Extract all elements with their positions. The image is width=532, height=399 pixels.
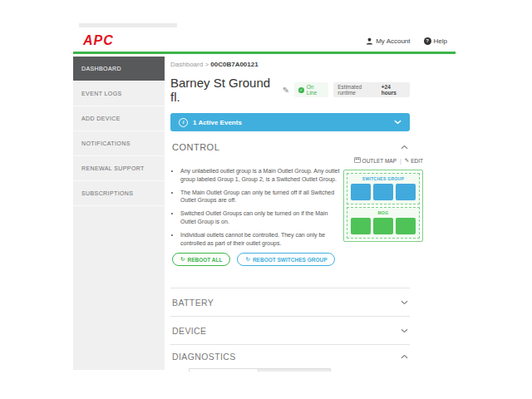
outlet-group-name: SWITCHES GROUP bbox=[350, 176, 416, 181]
breadcrumb-parent[interactable]: Dashboard bbox=[170, 61, 203, 68]
edit-title-icon[interactable]: ✎ bbox=[283, 86, 289, 95]
reboot-all-label: REBOOT ALL bbox=[187, 257, 222, 263]
sidebar: DASHBOARD EVENT LOGS ADD DEVICE NOTIFICA… bbox=[73, 57, 165, 370]
sidebar-item-dashboard[interactable]: DASHBOARD bbox=[73, 57, 165, 81]
active-events-label: 1 Active Events bbox=[193, 119, 242, 126]
breadcrumb: Dashboard > 00C0B7A00121 bbox=[170, 61, 410, 68]
battery-section-header[interactable]: BATTERY bbox=[170, 288, 410, 317]
active-events-banner[interactable]: i 1 Active Events bbox=[170, 113, 410, 131]
edit-icon: ✎ bbox=[405, 157, 409, 164]
runtime-label: Estimated runtime bbox=[337, 84, 379, 96]
control-title: CONTROL bbox=[172, 142, 219, 152]
control-note: Individual outlets cannot be controlled.… bbox=[180, 231, 343, 248]
window-artifact-strip bbox=[79, 23, 177, 27]
sidebar-item-add-device[interactable]: ADD DEVICE bbox=[73, 106, 165, 131]
status-badge: ✓ On Line bbox=[294, 82, 328, 97]
outlet bbox=[351, 218, 371, 234]
control-note: Switched Outlet Groups can only be turne… bbox=[180, 209, 343, 226]
outlet-map: SWITCHES GROUP MOG bbox=[343, 170, 423, 242]
sidebar-item-subscriptions[interactable]: SUBSCRIPTIONS bbox=[73, 181, 165, 206]
control-notes-list: Any unlabelled outlet group is a Main Ou… bbox=[170, 167, 343, 247]
help-icon: ? bbox=[424, 37, 431, 45]
refresh-icon: ↻ bbox=[180, 256, 185, 263]
page-title: Barney St Ground fl. bbox=[170, 76, 278, 104]
top-bar: APC My Account ? Help bbox=[73, 30, 456, 54]
sidebar-item-event-logs[interactable]: EVENT LOGS bbox=[73, 81, 165, 106]
edit-outlet-map-link[interactable]: ✎ EDIT bbox=[405, 157, 423, 164]
help-button[interactable]: ? Help bbox=[424, 37, 447, 45]
control-note: The Main Outlet Group can only be turned… bbox=[180, 189, 343, 205]
reboot-switches-label: REBOOT SWITCHES GROUP bbox=[253, 257, 328, 263]
apc-logo: APC bbox=[83, 33, 114, 48]
battery-title: BATTERY bbox=[172, 298, 214, 308]
control-note: Any unlabelled outlet group is a Main Ou… bbox=[180, 167, 343, 184]
device-title: DEVICE bbox=[172, 326, 207, 336]
my-account-label: My Account bbox=[376, 37, 410, 45]
outlet bbox=[373, 218, 393, 234]
breadcrumb-separator: > bbox=[204, 61, 209, 68]
edit-label: EDIT bbox=[411, 158, 423, 164]
control-section-header[interactable]: CONTROL bbox=[170, 131, 410, 155]
chevron-up-icon bbox=[401, 354, 408, 359]
tab-ups-self-test[interactable]: UPS SELF TEST i bbox=[189, 368, 259, 372]
refresh-icon: ↻ bbox=[245, 256, 249, 263]
chevron-down-icon bbox=[394, 120, 401, 125]
reboot-switches-group-button[interactable]: ↻ REBOOT SWITCHES GROUP bbox=[237, 253, 335, 266]
my-account-button[interactable]: My Account bbox=[366, 37, 410, 45]
outlet-map-link[interactable]: OUTLET MAP bbox=[354, 157, 397, 164]
diagnostics-title: DIAGNOSTICS bbox=[172, 352, 236, 362]
online-check-icon: ✓ bbox=[298, 87, 304, 93]
outlet bbox=[396, 184, 416, 200]
outlet-map-label: OUTLET MAP bbox=[362, 158, 397, 164]
outlet-map-icon bbox=[354, 157, 361, 164]
status-label: On Line bbox=[307, 84, 324, 96]
diagnostics-section-header[interactable]: DIAGNOSTICS bbox=[170, 345, 410, 368]
chevron-up-icon bbox=[401, 145, 408, 150]
device-section-header[interactable]: DEVICE bbox=[170, 317, 410, 345]
help-label: Help bbox=[434, 37, 447, 45]
runtime-value: +24 hours bbox=[382, 84, 406, 96]
app-window: APC My Account ? Help DASHBOARD EVENT LO… bbox=[73, 30, 456, 372]
outlet-group-name: MOG bbox=[350, 210, 416, 215]
accordion: BATTERY DEVICE DIAGNOSTICS bbox=[170, 288, 410, 372]
chevron-down-icon bbox=[401, 300, 408, 305]
outlet bbox=[373, 184, 393, 200]
outlet bbox=[351, 184, 371, 200]
sidebar-item-notifications[interactable]: NOTIFICATIONS bbox=[73, 131, 165, 156]
toolbar-divider: | bbox=[400, 158, 401, 164]
person-icon bbox=[366, 37, 373, 45]
breadcrumb-current: 00C0B7A00121 bbox=[210, 61, 258, 68]
sidebar-item-renewal-support[interactable]: RENEWAL SUPPORT bbox=[73, 156, 165, 181]
info-icon: i bbox=[179, 118, 188, 127]
diagnostics-tabs: UPS SELF TEST i AUDIBLE ALARM i bbox=[189, 368, 410, 372]
outlet-group-mog: MOG bbox=[347, 207, 420, 239]
runtime-badge: Estimated runtime +24 hours bbox=[333, 82, 410, 97]
outlet-group-switches: SWITCHES GROUP bbox=[347, 173, 420, 204]
chevron-down-icon bbox=[401, 328, 408, 333]
reboot-all-button[interactable]: ↻ REBOOT ALL bbox=[172, 253, 230, 266]
main-content: Dashboard > 00C0B7A00121 Barney St Groun… bbox=[165, 54, 456, 372]
outlet bbox=[396, 218, 416, 234]
control-body: Any unlabelled outlet group is a Main Ou… bbox=[170, 155, 410, 266]
tab-audible-alarm[interactable]: AUDIBLE ALARM i bbox=[259, 368, 331, 372]
